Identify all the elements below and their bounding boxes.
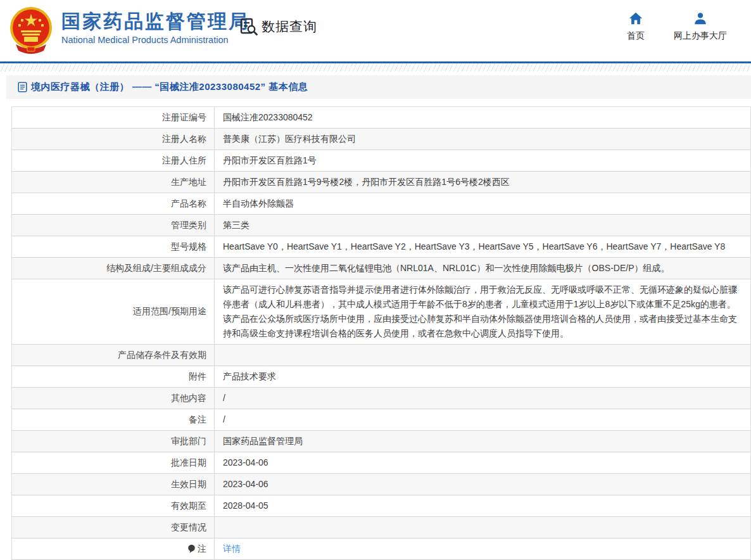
breadcrumb: 境内医疗器械（注册） —— “国械注准20233080452” 基本信息 bbox=[6, 75, 751, 99]
field-label: 注 bbox=[12, 538, 215, 559]
field-value: / bbox=[215, 409, 750, 430]
table-row: 管理类别第三类 bbox=[12, 215, 750, 236]
nav-home[interactable]: 首页 bbox=[627, 11, 645, 42]
data-query-section: 数据查询 bbox=[239, 17, 317, 36]
field-value: 第三类 bbox=[215, 215, 750, 236]
home-icon bbox=[629, 11, 643, 25]
field-label: 变更情况 bbox=[12, 517, 215, 538]
table-row: 注册证编号国械注准20233080452 bbox=[12, 107, 750, 129]
table-row: 备注/ bbox=[12, 409, 750, 431]
field-label: 生效日期 bbox=[12, 474, 215, 495]
table-row: 型号规格HeartSave Y0，HeartSave Y1，HeartSave … bbox=[12, 236, 750, 258]
data-query-label: 数据查询 bbox=[262, 18, 317, 35]
table-row: 产品储存条件及有效期 bbox=[12, 345, 750, 366]
field-value: 该产品可进行心肺复苏语音指导并提示使用者进行体外除颤治疗，用于救治无反应、无呼吸… bbox=[215, 279, 750, 344]
details-link[interactable]: 详情 bbox=[223, 542, 241, 556]
field-value: 丹阳市开发区百胜路1号 bbox=[215, 150, 750, 171]
nav-service-hall[interactable]: 网上办事大厅 bbox=[674, 11, 727, 42]
field-value: 产品技术要求 bbox=[215, 366, 750, 387]
org-name-en: National Medical Products Administration bbox=[61, 35, 249, 45]
field-label: 审批部门 bbox=[12, 431, 215, 452]
field-label: 管理类别 bbox=[12, 215, 215, 236]
site-header: 国家药品监督管理局 National Medical Products Admi… bbox=[0, 0, 751, 61]
field-value: 国家药品监督管理局 bbox=[215, 431, 750, 452]
field-value: 2023-04-06 bbox=[215, 452, 750, 473]
field-value: / bbox=[215, 388, 750, 409]
field-value: 国械注准20233080452 bbox=[215, 107, 750, 128]
registration-info-table: 注册证编号国械注准20233080452 注册人名称普美康（江苏）医疗科技有限公… bbox=[11, 106, 751, 560]
field-label: 有效期至 bbox=[12, 495, 215, 516]
national-emblem-logo bbox=[9, 5, 53, 54]
field-label: 注册证编号 bbox=[12, 107, 215, 128]
field-value: HeartSave Y0，HeartSave Y1，HeartSave Y2，H… bbox=[215, 236, 750, 257]
org-title-block: 国家药品监督管理局 National Medical Products Admi… bbox=[61, 11, 249, 45]
field-label: 产品储存条件及有效期 bbox=[12, 345, 215, 366]
field-label: 批准日期 bbox=[12, 452, 215, 473]
org-name-cn: 国家药品监督管理局 bbox=[61, 11, 249, 32]
table-row-note: 注 详情 bbox=[12, 538, 750, 560]
table-row: 附件产品技术要求 bbox=[12, 366, 750, 388]
table-row: 生产地址丹阳市开发区百胜路1号9号楼2楼，丹阳市开发区百胜路1号6号楼2楼西区 bbox=[12, 172, 750, 193]
top-nav: 首页 网上办事大厅 bbox=[627, 11, 727, 42]
field-label: 注册人名称 bbox=[12, 129, 215, 150]
table-row: 批准日期2023-04-06 bbox=[12, 452, 750, 474]
field-label: 产品名称 bbox=[12, 193, 215, 214]
table-row: 审批部门国家药品监督管理局 bbox=[12, 431, 750, 452]
page-title: 境内医疗器械（注册） —— “国械注准20233080452” 基本信息 bbox=[31, 81, 308, 93]
table-row: 变更情况 bbox=[12, 517, 750, 538]
table-row: 注册人住所丹阳市开发区百胜路1号 bbox=[12, 150, 750, 172]
table-row: 产品名称半自动体外除颤器 bbox=[12, 193, 750, 215]
hatch-band bbox=[0, 63, 751, 72]
field-value: 该产品由主机、一次性使用二氧化锰锂电池（NRL01A、NRL01C）和一次性使用… bbox=[215, 258, 750, 279]
field-label: 其他内容 bbox=[12, 388, 215, 409]
field-label: 注册人住所 bbox=[12, 150, 215, 171]
document-search-icon bbox=[239, 17, 258, 36]
nav-service-hall-label: 网上办事大厅 bbox=[674, 30, 727, 42]
table-row: 有效期至2028-04-05 bbox=[12, 495, 750, 517]
field-value: 2023-04-06 bbox=[215, 474, 750, 495]
field-value: 丹阳市开发区百胜路1号9号楼2楼，丹阳市开发区百胜路1号6号楼2楼西区 bbox=[215, 172, 750, 193]
nav-home-label: 首页 bbox=[627, 30, 645, 42]
table-row: 其他内容/ bbox=[12, 388, 750, 409]
field-value: 2028-04-05 bbox=[215, 495, 750, 516]
field-label: 备注 bbox=[12, 409, 215, 430]
field-label: 生产地址 bbox=[12, 172, 215, 193]
table-row: 注册人名称普美康（江苏）医疗科技有限公司 bbox=[12, 129, 750, 150]
field-label: 结构及组成/主要组成成分 bbox=[12, 258, 215, 279]
field-value: 详情 bbox=[215, 538, 750, 559]
field-label: 型号规格 bbox=[12, 236, 215, 257]
field-value: 半自动体外除颤器 bbox=[215, 193, 750, 214]
field-label: 附件 bbox=[12, 366, 215, 387]
note-balloon-icon bbox=[187, 544, 196, 554]
user-icon bbox=[693, 11, 707, 25]
field-label: 适用范围/预期用途 bbox=[12, 279, 215, 344]
field-value bbox=[215, 345, 750, 366]
table-row: 生效日期2023-04-06 bbox=[12, 474, 750, 495]
note-label: 注 bbox=[198, 544, 206, 555]
field-value: 普美康（江苏）医疗科技有限公司 bbox=[215, 129, 750, 150]
field-value bbox=[215, 517, 750, 538]
table-row: 结构及组成/主要组成成分该产品由主机、一次性使用二氧化锰锂电池（NRL01A、N… bbox=[12, 258, 750, 279]
table-row: 适用范围/预期用途该产品可进行心肺复苏语音指导并提示使用者进行体外除颤治疗，用于… bbox=[12, 279, 750, 345]
document-icon bbox=[18, 82, 27, 92]
